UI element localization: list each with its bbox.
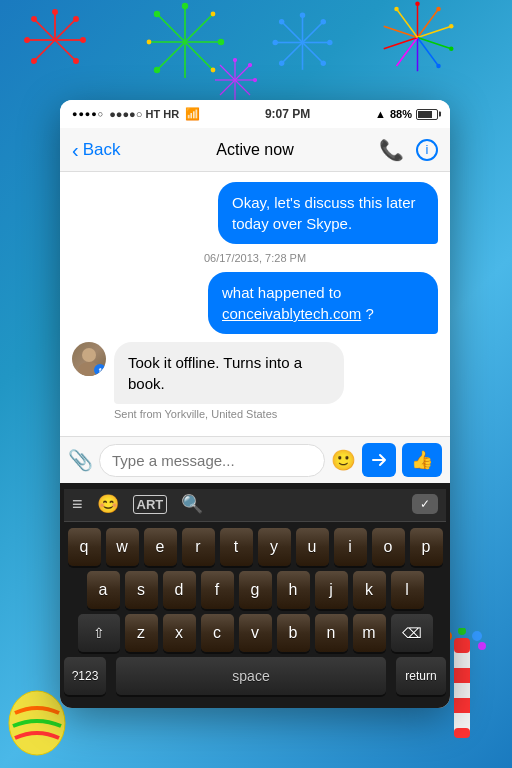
key-i[interactable]: i: [334, 528, 367, 566]
message-suffix: ?: [361, 305, 374, 322]
key-w[interactable]: w: [106, 528, 139, 566]
keyboard: ≡ 😊 ART 🔍 ✓ q w e r t y u i o p a s d f: [60, 483, 450, 708]
key-f[interactable]: f: [201, 571, 234, 609]
key-u[interactable]: u: [296, 528, 329, 566]
key-x[interactable]: x: [163, 614, 196, 652]
key-o[interactable]: o: [372, 528, 405, 566]
key-j[interactable]: j: [315, 571, 348, 609]
keyboard-emoji-icon[interactable]: 😊: [97, 493, 119, 515]
key-y[interactable]: y: [258, 528, 291, 566]
keyboard-tools-left: ≡ 😊 ART 🔍: [72, 493, 203, 515]
keyboard-art-icon[interactable]: ART: [133, 495, 168, 514]
key-shift[interactable]: ⇧: [78, 614, 120, 652]
key-s[interactable]: s: [125, 571, 158, 609]
message-input[interactable]: [99, 444, 325, 477]
status-left: ●●●●○ ●●●●○ HT HR 📶: [72, 107, 200, 121]
key-n[interactable]: n: [315, 614, 348, 652]
timestamp-text: 06/17/2013, 7:28 PM: [204, 252, 306, 264]
message-timestamp: 06/17/2013, 7:28 PM: [72, 252, 438, 264]
svg-rect-74: [454, 638, 470, 653]
incoming-message-row: f Took it offline. Turns into a book.: [72, 342, 438, 404]
key-t[interactable]: t: [220, 528, 253, 566]
sent-from-text: Sent from Yorkville, United States: [114, 408, 277, 420]
nav-right: 📞 i: [379, 138, 438, 162]
active-status: Active now: [216, 141, 293, 159]
outgoing-message-1: Okay, let's discuss this later today ove…: [218, 182, 438, 244]
key-r[interactable]: r: [182, 528, 215, 566]
back-button[interactable]: ‹ Back: [72, 140, 120, 160]
key-b[interactable]: b: [277, 614, 310, 652]
battery-percent: 88%: [390, 108, 412, 120]
svg-point-79: [458, 628, 466, 635]
svg-rect-76: [454, 698, 470, 713]
key-g[interactable]: g: [239, 571, 272, 609]
key-a[interactable]: a: [87, 571, 120, 609]
facebook-badge: f: [94, 364, 106, 376]
carrier-dots: ●●●●○: [72, 109, 104, 119]
key-q[interactable]: q: [68, 528, 101, 566]
call-icon[interactable]: 📞: [379, 138, 404, 162]
wifi-icon: 📶: [185, 107, 200, 121]
svg-point-83: [82, 348, 96, 362]
keyboard-toolbar: ≡ 😊 ART 🔍 ✓: [64, 489, 446, 522]
phone-frame: ●●●●○ ●●●●○ HT HR 📶 9:07 PM ▲ 88% ‹ Back…: [60, 100, 450, 708]
back-chevron-icon: ‹: [72, 140, 79, 160]
key-c[interactable]: c: [201, 614, 234, 652]
status-right: ▲ 88%: [375, 108, 438, 120]
battery-indicator: [416, 109, 438, 120]
key-l[interactable]: l: [391, 571, 424, 609]
keyboard-row-4: ?123 space return: [64, 657, 446, 695]
key-return[interactable]: return: [396, 657, 446, 695]
status-time: 9:07 PM: [265, 107, 310, 121]
emoji-button[interactable]: 🙂: [331, 448, 356, 472]
incoming-text: Took it offline. Turns into a book.: [128, 354, 302, 392]
message-link: conceivablytech.com: [222, 305, 361, 322]
svg-point-80: [472, 631, 482, 641]
send-arrow-button[interactable]: [362, 443, 396, 477]
input-area: 📎 🙂 👍: [60, 436, 450, 483]
key-numbers[interactable]: ?123: [64, 657, 106, 695]
key-k[interactable]: k: [353, 571, 386, 609]
attach-button[interactable]: 📎: [68, 448, 93, 472]
status-bar: ●●●●○ ●●●●○ HT HR 📶 9:07 PM ▲ 88%: [60, 100, 450, 128]
svg-point-82: [478, 642, 486, 650]
nav-center: Active now: [216, 141, 293, 159]
like-icon: 👍: [411, 449, 433, 471]
keyboard-row-3: ⇧ z x c v b n m ⌫: [64, 614, 446, 652]
keyboard-row-1: q w e r t y u i o p: [64, 528, 446, 566]
like-button[interactable]: 👍: [402, 443, 442, 477]
key-delete[interactable]: ⌫: [391, 614, 433, 652]
message-text-2: what happened to: [222, 284, 341, 301]
battery-fill: [418, 111, 432, 118]
keyboard-row-2: a s d f g h j k l: [64, 571, 446, 609]
message-text-1: Okay, let's discuss this later today ove…: [232, 194, 415, 232]
gps-icon: ▲: [375, 108, 386, 120]
incoming-message-1: Took it offline. Turns into a book.: [114, 342, 344, 404]
messages-area: Okay, let's discuss this later today ove…: [60, 172, 450, 436]
keyboard-search-icon[interactable]: 🔍: [181, 493, 203, 515]
key-e[interactable]: e: [144, 528, 177, 566]
nav-bar: ‹ Back Active now 📞 i: [60, 128, 450, 172]
key-h[interactable]: h: [277, 571, 310, 609]
key-v[interactable]: v: [239, 614, 272, 652]
carrier-name: ●●●●○ HT HR: [109, 108, 179, 120]
svg-rect-77: [454, 728, 470, 738]
avatar: f: [72, 342, 106, 376]
key-p[interactable]: p: [410, 528, 443, 566]
info-icon[interactable]: i: [416, 139, 438, 161]
key-d[interactable]: d: [163, 571, 196, 609]
key-m[interactable]: m: [353, 614, 386, 652]
key-z[interactable]: z: [125, 614, 158, 652]
keyboard-menu-icon[interactable]: ≡: [72, 494, 83, 515]
back-label: Back: [83, 140, 121, 160]
keyboard-done-button[interactable]: ✓: [412, 494, 438, 514]
key-space[interactable]: space: [116, 657, 386, 695]
sent-from-label: Sent from Yorkville, United States: [114, 408, 438, 420]
outgoing-message-2: what happened to conceivablytech.com ?: [208, 272, 438, 334]
svg-rect-75: [454, 668, 470, 683]
